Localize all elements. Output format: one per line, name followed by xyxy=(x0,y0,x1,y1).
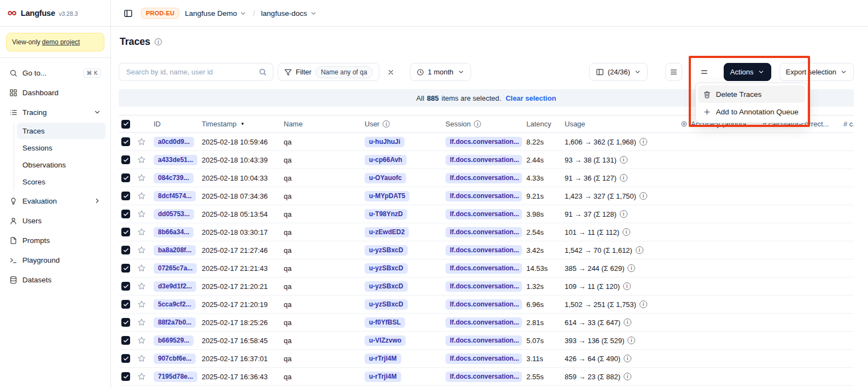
sidebar-item-evaluation[interactable]: Evaluation xyxy=(5,192,105,210)
col-header-session[interactable]: Sessioni xyxy=(445,120,526,128)
session-badge[interactable]: lf.docs.conversation... xyxy=(445,227,522,238)
info-icon[interactable]: i xyxy=(474,120,481,128)
row-checkbox[interactable] xyxy=(121,210,130,218)
user-badge[interactable]: u-rTrjl4M xyxy=(365,372,401,382)
menu-item-add-to-annotation-queue[interactable]: Add to Annotation Queue xyxy=(698,103,805,120)
time-range-button[interactable]: 1 month xyxy=(410,63,471,81)
usage-info-icon[interactable]: i xyxy=(623,282,631,290)
columns-button[interactable]: (24/36) xyxy=(589,63,648,81)
usage-info-icon[interactable]: i xyxy=(624,355,631,362)
table-row[interactable]: dd05753... 2025-02-18 05:13:54 qa u-T98Y… xyxy=(119,205,854,223)
sidebar-item-datasets[interactable]: Datasets xyxy=(5,270,105,289)
usage-info-icon[interactable]: i xyxy=(624,373,631,380)
trace-id-badge[interactable]: a0cd0d9... xyxy=(154,137,194,147)
col-header-latency[interactable]: Latency xyxy=(526,120,565,128)
search-box[interactable] xyxy=(119,63,273,81)
actions-button[interactable]: Actions xyxy=(724,63,771,81)
sidebar-item-users[interactable]: Users xyxy=(5,211,105,230)
table-row[interactable]: 8dcf4574... 2025-02-18 07:34:36 qa u-MYp… xyxy=(119,187,854,205)
select-all-checkbox[interactable] xyxy=(121,120,130,129)
row-checkbox[interactable] xyxy=(121,228,130,236)
trace-id-badge[interactable]: ba8a208f... xyxy=(154,245,196,256)
session-badge[interactable]: lf.docs.conversation... xyxy=(445,372,522,382)
project-selector[interactable]: langfuse-docs xyxy=(261,9,317,18)
session-badge[interactable]: lf.docs.conversation... xyxy=(445,299,522,310)
star-icon[interactable] xyxy=(137,155,146,164)
row-checkbox[interactable] xyxy=(121,282,130,291)
table-row[interactable]: 084c739... 2025-02-18 10:04:33 qa u-OYau… xyxy=(119,169,854,187)
sidebar-item-sessions[interactable]: Sessions xyxy=(17,140,105,156)
info-icon[interactable]: i xyxy=(383,120,390,128)
trace-id-badge[interactable]: 084c739... xyxy=(154,173,193,183)
star-icon[interactable] xyxy=(137,354,146,363)
usage-info-icon[interactable]: i xyxy=(624,318,631,326)
search-input[interactable] xyxy=(125,67,254,77)
trace-id-badge[interactable]: d3e9d1f2... xyxy=(154,281,196,292)
session-badge[interactable]: lf.docs.conversation... xyxy=(445,335,522,346)
trace-id-badge[interactable]: 8dcf4574... xyxy=(154,191,196,201)
row-checkbox[interactable] xyxy=(121,372,130,381)
usage-info-icon[interactable]: i xyxy=(620,156,627,164)
star-icon[interactable] xyxy=(137,137,146,146)
col-header-overflow[interactable]: # c... xyxy=(843,120,854,128)
trace-id-badge[interactable]: 907cbf6e... xyxy=(154,354,196,364)
star-icon[interactable] xyxy=(137,210,146,218)
table-row[interactable]: 8b66a34... 2025-02-18 03:30:17 qa u-zEwd… xyxy=(119,223,854,241)
session-badge[interactable]: lf.docs.conversation... xyxy=(445,245,522,256)
session-badge[interactable]: lf.docs.conversation... xyxy=(445,263,522,274)
user-badge[interactable]: u-f0YfBSL xyxy=(365,317,405,328)
user-badge[interactable]: u-yzSBxcD xyxy=(365,299,408,310)
star-icon[interactable] xyxy=(137,173,146,182)
session-badge[interactable]: lf.docs.conversation... xyxy=(445,317,522,328)
clear-filter-button[interactable] xyxy=(384,65,398,79)
user-badge[interactable]: u-yzSBxcD xyxy=(365,281,408,292)
row-checkbox[interactable] xyxy=(121,336,130,345)
org-selector[interactable]: Langfuse Demo xyxy=(185,9,247,18)
row-checkbox[interactable] xyxy=(121,173,130,182)
user-badge[interactable]: u-OYauofc xyxy=(365,173,406,183)
row-checkbox[interactable] xyxy=(121,246,130,254)
export-selection-button[interactable]: Export selection xyxy=(779,63,854,81)
table-row[interactable]: d3e9d1f2... 2025-02-17 21:20:21 qa u-yzS… xyxy=(119,277,854,296)
session-badge[interactable]: lf.docs.conversation... xyxy=(445,155,522,165)
user-badge[interactable]: u-MYpDAT5 xyxy=(365,191,409,201)
user-badge[interactable]: u-cp66Avh xyxy=(365,155,407,165)
row-checkbox[interactable] xyxy=(121,354,130,363)
user-badge[interactable]: u-yzSBxcD xyxy=(365,245,408,256)
row-height-button[interactable] xyxy=(665,63,682,81)
table-row[interactable]: 7195d78e... 2025-02-17 16:36:43 qa u-rTr… xyxy=(119,368,854,386)
sidebar-toggle-button[interactable] xyxy=(120,5,136,21)
info-icon[interactable]: i xyxy=(155,38,162,45)
user-badge[interactable]: u-T98YnzD xyxy=(365,209,407,219)
sidebar-item-playground[interactable]: Playground xyxy=(5,251,105,269)
user-badge[interactable]: u-zEwdED2 xyxy=(365,227,409,238)
sidebar-item-tracing[interactable]: Tracing xyxy=(5,103,105,121)
table-row[interactable]: 5cca9cf2... 2025-02-17 21:20:19 qa u-yzS… xyxy=(119,296,854,314)
sidebar-item-traces[interactable]: Traces xyxy=(17,123,105,139)
star-icon[interactable] xyxy=(137,228,146,236)
col-header-timestamp[interactable]: Timestamp▼ xyxy=(202,120,284,128)
filter-button[interactable]: Filter Name any of qa xyxy=(278,63,379,81)
usage-info-icon[interactable]: i xyxy=(627,264,635,272)
star-icon[interactable] xyxy=(137,372,146,381)
star-icon[interactable] xyxy=(137,318,146,327)
menu-item-delete-traces[interactable]: Delete Traces xyxy=(698,85,805,103)
col-header-usage[interactable]: Usage xyxy=(565,120,681,128)
col-header-id[interactable]: ID xyxy=(154,120,202,128)
user-badge[interactable]: u-yzSBxcD xyxy=(365,263,408,274)
row-checkbox[interactable] xyxy=(121,192,130,200)
usage-info-icon[interactable]: i xyxy=(640,300,647,308)
usage-info-icon[interactable]: i xyxy=(627,337,635,344)
user-badge[interactable]: u-rTrjl4M xyxy=(365,354,401,364)
clear-selection-link[interactable]: Clear selection xyxy=(506,94,556,102)
session-badge[interactable]: lf.docs.conversation... xyxy=(445,281,522,292)
col-header-name[interactable]: Name xyxy=(284,120,365,128)
table-row[interactable]: 907cbf6e... 2025-02-17 16:37:01 qa u-rTr… xyxy=(119,350,854,368)
sidebar-item-dashboard[interactable]: Dashboard xyxy=(5,83,105,102)
sidebar-item-prompts[interactable]: Prompts xyxy=(5,231,105,250)
search-icon[interactable] xyxy=(259,68,267,76)
star-icon[interactable] xyxy=(137,300,146,309)
session-badge[interactable]: lf.docs.conversation... xyxy=(445,354,522,364)
user-badge[interactable]: u-VIZzvwo xyxy=(365,335,406,346)
star-icon[interactable] xyxy=(137,282,146,291)
